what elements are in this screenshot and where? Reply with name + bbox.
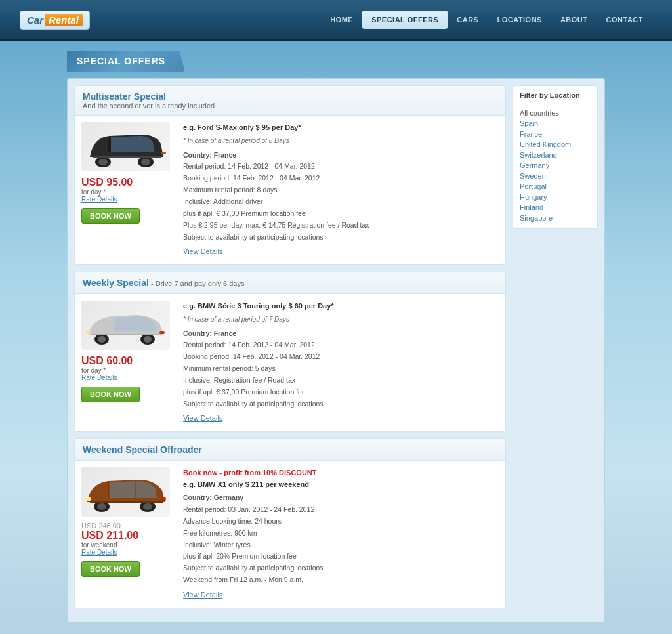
location-filters: All countriesSpainFranceUnited KingdomSw… — [520, 108, 591, 223]
offer-header: Multiseater Special And the second drive… — [75, 86, 505, 116]
nav-item-special-offers[interactable]: SPECIAL OFFERS — [362, 11, 448, 29]
offer-title: Weekly Special — [83, 278, 149, 288]
offer-header: Weekend Special Offroader — [75, 439, 505, 461]
offer-right: e.g. Ford S-Max only $ 95 per Day* * In … — [183, 122, 499, 258]
nav-item-about[interactable]: ABOUT — [551, 11, 597, 29]
offer-left: USD 95.00 for day * Rate Details BOOK NO… — [81, 122, 177, 258]
filter-title: Filter by Location — [520, 91, 591, 102]
main-content: SPECIAL OFFERS Multiseater Special And t… — [60, 51, 612, 622]
offer-detail-line: Inclusive: Additional driver — [183, 196, 499, 208]
offer-highlight: e.g. Ford S-Max only $ 95 per Day* — [183, 122, 499, 134]
offer-right: Book now - profit from 10% DISCOUNT e.g.… — [183, 467, 499, 601]
view-details-link[interactable]: View Details — [183, 246, 499, 258]
offer-detail-line: Weekend from Fri 12 a.m. - Mon 9 a.m. — [183, 574, 499, 586]
offer-card-offer-3: Weekend Special Offroader USD 246.00 — [74, 438, 506, 608]
price-main: USD 95.00 — [81, 177, 177, 188]
filter-location-france[interactable]: France — [520, 129, 591, 139]
offer-card-offer-1: Multiseater Special And the second drive… — [74, 85, 506, 265]
offer-detail-line: Maximum rental period: 8 days — [183, 184, 499, 196]
offer-detail-line: Booking period: 14 Feb. 2012 - 04 Mar. 2… — [183, 351, 499, 363]
filter-location-finland[interactable]: Finland — [520, 202, 591, 213]
view-details-link[interactable]: View Details — [183, 413, 499, 425]
offer-header: Weekly Special - Drive 7 and pay only 6 … — [75, 272, 505, 294]
price-period: for day * — [81, 367, 177, 374]
offer-content: USD 60.00 for day * Rate Details BOOK NO… — [75, 294, 505, 431]
logo[interactable]: Car Rental — [20, 11, 90, 30]
book-now-button[interactable]: BOOK NOW — [81, 208, 140, 224]
car-image — [81, 301, 170, 350]
nav-item-locations[interactable]: LOCATIONS — [488, 11, 551, 29]
offer-details: Country: France Rental period: 14 Feb. 2… — [183, 328, 499, 410]
offer-detail-line: plus if apl. € 37,00 Premium location fe… — [183, 387, 499, 398]
car-image — [81, 467, 170, 517]
offer-subtitle: And the second driver is already include… — [83, 102, 497, 110]
logo-rental-text: Rental — [45, 14, 83, 26]
offer-detail-line: Inclusive: Registration fee / Road tax — [183, 375, 499, 387]
svg-point-6 — [98, 336, 106, 343]
offer-card-offer-2: Weekly Special - Drive 7 and pay only 6 … — [74, 272, 506, 432]
offer-detail-line: Rental period: 03 Jan. 2012 - 24 Feb. 20… — [183, 504, 499, 516]
offer-content: USD 246.00 USD 211.00 for weekend Rate D… — [75, 461, 505, 608]
offer-details: Country: Germany Rental period: 03 Jan. … — [183, 492, 499, 586]
offer-detail-line: Rental period: 14 Feb. 2012 - 04 Mar. 20… — [183, 339, 499, 351]
rate-details-link[interactable]: Rate Details — [81, 549, 177, 556]
page-title: SPECIAL OFFERS — [77, 56, 165, 66]
svg-point-12 — [97, 503, 106, 510]
filter-location-switzerland[interactable]: Switzerland — [520, 150, 591, 160]
offer-detail-line: Rental period: 14 Feb. 2012 - 04 Mar. 20… — [183, 161, 499, 173]
main-nav: HOMESPECIAL OFFERSCARSLOCATIONSABOUTCONT… — [321, 11, 652, 29]
offer-highlight: e.g. BMW X1 only $ 211 per weekend — [183, 479, 499, 491]
svg-point-14 — [143, 503, 152, 510]
rate-details-link[interactable]: Rate Details — [81, 374, 177, 381]
offer-country: Country: Germany — [183, 492, 499, 504]
discount-badge: Book now - profit from 10% DISCOUNT — [183, 467, 499, 479]
offer-title: Weekend Special Offroader — [83, 444, 497, 455]
offer-detail-line: Booking period: 14 Feb. 2012 - 04 Mar. 2… — [183, 173, 499, 184]
offer-detail-line: Subject to availability at participating… — [183, 398, 499, 410]
offer-detail-line: Subject to availability at participating… — [183, 232, 499, 243]
offer-detail-line: Free kilometres: 900 km — [183, 528, 499, 539]
sidebar: Filter by Location All countriesSpainFra… — [513, 85, 598, 615]
svg-point-8 — [144, 336, 152, 343]
filter-location-spain[interactable]: Spain — [520, 118, 591, 129]
svg-rect-9 — [86, 331, 91, 334]
book-now-button[interactable]: BOOK NOW — [81, 561, 140, 577]
filter-location-germany[interactable]: Germany — [520, 160, 591, 171]
offer-country: Country: France — [183, 150, 499, 161]
content-wrapper: Multiseater Special And the second drive… — [67, 78, 605, 622]
offer-details: Country: France Rental period: 14 Feb. 2… — [183, 150, 499, 243]
rate-details-link[interactable]: Rate Details — [81, 196, 177, 203]
offer-price: USD 246.00 USD 211.00 for weekend Rate D… — [81, 522, 177, 556]
page-title-bar: SPECIAL OFFERS — [67, 51, 185, 72]
book-now-button[interactable]: BOOK NOW — [81, 387, 140, 402]
filter-location-hungary[interactable]: Hungary — [520, 192, 591, 202]
offer-left: USD 246.00 USD 211.00 for weekend Rate D… — [81, 467, 177, 601]
filter-location-portugal[interactable]: Portugal — [520, 181, 591, 192]
svg-rect-10 — [159, 331, 165, 334]
price-original: USD 246.00 — [81, 522, 177, 530]
filter-location-united-kingdom[interactable]: United Kingdom — [520, 139, 591, 150]
price-period: for weekend — [81, 541, 177, 549]
svg-point-1 — [98, 159, 108, 165]
filter-location-sweden[interactable]: Sweden — [520, 171, 591, 181]
filter-location-singapore[interactable]: Singapore — [520, 213, 591, 223]
svg-rect-15 — [85, 497, 91, 501]
offer-detail-line: Minimum rental period: 5 days — [183, 363, 499, 375]
offer-detail-line: Subject to availability at participating… — [183, 562, 499, 574]
offer-detail-line: plus if apl. € 37,00 Premium location fe… — [183, 208, 499, 220]
header: Car Rental HOMESPECIAL OFFERSCARSLOCATIO… — [0, 0, 672, 41]
offer-detail-line: Plus € 2,95 per day, max. € 14,75 Regist… — [183, 220, 499, 232]
filter-box: Filter by Location All countriesSpainFra… — [513, 85, 598, 229]
car-image — [81, 122, 170, 171]
nav-item-contact[interactable]: CONTACT — [597, 11, 652, 29]
offer-tagline: * In case of a rental period of 8 Days — [183, 136, 499, 146]
nav-item-home[interactable]: HOME — [321, 11, 362, 29]
offer-highlight: e.g. BMW Série 3 Touring only $ 60 per D… — [183, 301, 499, 312]
view-details-link[interactable]: View Details — [183, 589, 499, 601]
svg-rect-16 — [161, 497, 166, 501]
offer-content: USD 95.00 for day * Rate Details BOOK NO… — [75, 116, 505, 264]
filter-location-all-countries[interactable]: All countries — [520, 108, 591, 118]
offer-country: Country: France — [183, 328, 499, 340]
price-period: for day * — [81, 188, 177, 196]
nav-item-cars[interactable]: CARS — [448, 11, 488, 29]
